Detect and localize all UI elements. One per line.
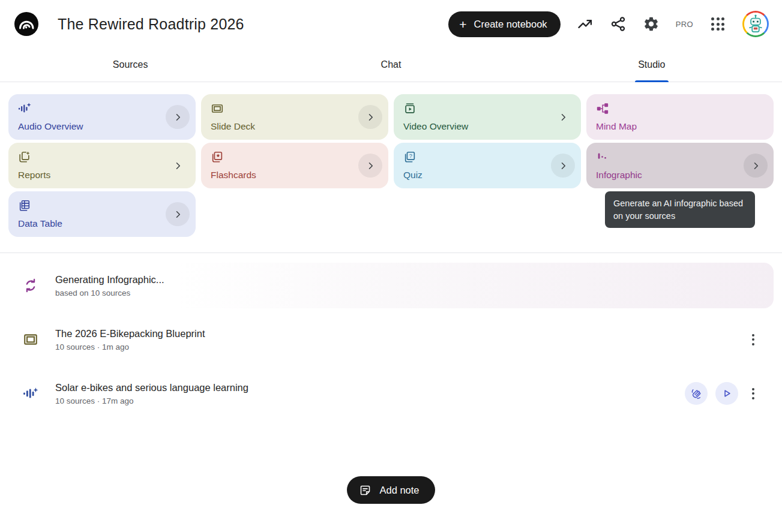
studio-card-audio-overview[interactable]: Audio Overview [8,94,196,140]
studio-card-flashcards[interactable]: Flashcards [201,143,388,188]
studio-panel: Audio Overview Slide Deck Video Overview [0,82,782,253]
slide-frame-icon [211,102,224,115]
share-icon[interactable] [610,16,627,32]
item-actions [685,382,764,405]
add-note-button[interactable]: Add note [347,476,435,504]
card-label: Reports [18,170,186,181]
chevron-right-icon[interactable] [166,154,190,178]
settings-gear-icon[interactable] [643,16,660,32]
item-text: The 2026 E-Bikepacking Blueprint 10 sour… [55,328,205,351]
item-title: Solar e-bikes and serious language learn… [55,382,248,393]
cards-question-icon: ? [403,151,417,164]
sync-generating-icon [23,278,38,293]
studio-item-audio-overview[interactable]: Solar e-bikes and serious language learn… [8,371,774,416]
item-text: Generating Infographic... based on 10 so… [55,274,164,297]
analytics-trending-icon[interactable] [577,16,594,32]
chevron-right-icon[interactable] [166,105,190,129]
studio-item-slide-deck[interactable]: The 2026 E-Bikepacking Blueprint 10 sour… [8,317,774,362]
card-label: Data Table [18,218,186,229]
slide-deck-icon [23,332,38,347]
item-subtitle: 10 sources · 17m ago [55,396,248,405]
chevron-right-icon[interactable] [744,154,768,178]
chevron-right-icon[interactable] [358,154,382,178]
card-label: Flashcards [211,170,379,181]
bar-chart-icon [596,151,609,164]
table-grid-icon [18,199,31,212]
notebook-title[interactable]: The Rewired Roadtrip 2026 [58,16,244,33]
tab-chat[interactable]: Chat [260,48,521,82]
card-label: Quiz [403,170,571,181]
card-label: Mind Map [596,121,764,132]
studio-card-slide-deck[interactable]: Slide Deck [201,94,388,140]
create-notebook-label: Create notebook [474,19,547,30]
more-options-kebab-icon[interactable] [746,382,760,405]
plus-icon: + [459,18,466,31]
app-header: The Rewired Roadtrip 2026 + Create noteb… [0,0,782,48]
apps-grid-dots [711,17,724,31]
tab-sources[interactable]: Sources [0,48,260,82]
chevron-right-icon[interactable] [358,105,382,129]
cards-star-icon [211,151,224,164]
studio-card-video-overview[interactable]: Video Overview [394,94,581,140]
play-icon[interactable] [715,382,738,405]
studio-card-infographic[interactable]: Infographic [586,143,774,188]
audio-waveform-sparkle-icon [18,102,31,115]
chevron-right-icon[interactable] [166,202,190,226]
card-label: Audio Overview [18,121,186,132]
chevron-right-icon[interactable] [551,105,575,129]
document-sparkle-icon [18,151,31,164]
item-subtitle: 10 sources · 1m ago [55,342,205,351]
header-actions: + Create notebook PRO [448,11,769,37]
infographic-tooltip: Generate an AI infographic based on your… [605,191,755,228]
studio-item-generating-infographic[interactable]: Generating Infographic... based on 10 so… [8,263,774,308]
avatar-robot-image [744,13,767,35]
audio-waveform-sparkle-icon [23,386,38,401]
item-title: The 2026 E-Bikepacking Blueprint [55,328,205,339]
chevron-right-icon[interactable] [551,154,575,178]
studio-card-mind-map[interactable]: Mind Map [586,94,774,140]
google-apps-grid-icon[interactable] [709,16,726,32]
node-graph-icon [596,102,609,115]
svg-text:?: ? [409,153,412,159]
note-icon [359,484,371,497]
add-note-label: Add note [379,485,419,496]
item-text: Solar e-bikes and serious language learn… [55,382,248,405]
card-label: Infographic [596,170,764,181]
studio-card-reports[interactable]: Reports [8,143,196,188]
tab-studio[interactable]: Studio [522,48,782,82]
notebooklm-logo-icon[interactable] [14,12,38,36]
create-notebook-button[interactable]: + Create notebook [448,11,560,37]
item-actions [746,328,764,351]
account-avatar[interactable] [742,11,769,37]
interactive-mode-hand-icon[interactable] [685,382,708,405]
tab-studio-label: Studio [638,59,665,70]
item-subtitle: based on 10 sources [55,288,164,297]
add-note-area: Add note [0,476,782,504]
studio-card-quiz[interactable]: ? Quiz [394,143,581,188]
video-player-icon [403,102,417,115]
panel-tabs: Sources Chat Studio [0,48,782,82]
studio-card-data-table[interactable]: Data Table [8,191,196,237]
item-title: Generating Infographic... [55,274,164,285]
studio-items-list: Generating Infographic... based on 10 so… [0,253,782,416]
card-label: Slide Deck [211,121,379,132]
pro-badge: PRO [676,20,693,29]
more-options-kebab-icon[interactable] [746,328,760,351]
card-label: Video Overview [403,121,571,132]
